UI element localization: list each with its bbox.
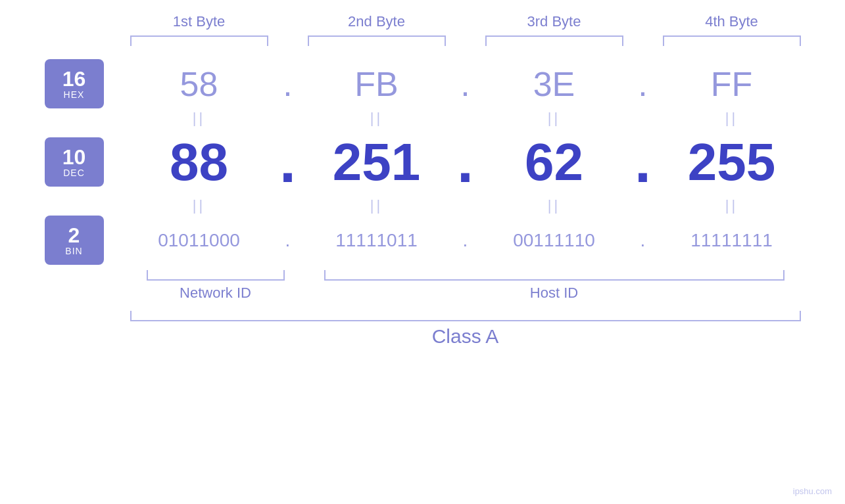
label-spacer <box>45 13 130 30</box>
byte3-header: 3rd Byte <box>485 13 623 30</box>
bracket-1 <box>130 35 268 46</box>
id-dot-gap <box>285 285 324 302</box>
host-id-label: Host ID <box>324 285 785 302</box>
dec-b4: 255 <box>663 132 801 193</box>
eq2-b1: || <box>130 197 268 214</box>
class-label: Class A <box>130 325 801 348</box>
bottom-brackets-row <box>26 270 819 281</box>
bin-base-num: 2 <box>68 225 80 246</box>
eq1-b1: || <box>130 110 268 127</box>
hex-dot-3: . <box>623 64 663 104</box>
bin-dot-1: . <box>268 230 308 251</box>
byte1-header: 1st Byte <box>130 13 268 30</box>
dec-badge: 10 DEC <box>45 137 104 187</box>
bracket-dot-3 <box>623 35 663 46</box>
host-bracket <box>324 270 785 281</box>
eq2-b4: || <box>663 197 801 214</box>
equals-row-2: || || || || <box>26 196 819 216</box>
dec-b3: 62 <box>485 132 623 193</box>
dec-b1: 88 <box>130 132 268 193</box>
bin-b2: 11111011 <box>308 230 446 251</box>
id-labels-row: Network ID Host ID <box>26 285 819 302</box>
dec-base-label: DEC <box>63 168 85 178</box>
bin-b1: 01011000 <box>130 230 268 251</box>
dec-dot-3: . <box>623 128 663 196</box>
id-labels-spacer <box>61 285 147 302</box>
hex-badge: 16 HEX <box>45 59 104 108</box>
class-label-row: Class A <box>26 325 819 348</box>
hex-b3: 3E <box>485 64 623 104</box>
dec-b2: 251 <box>308 132 446 193</box>
equals-row-1: || || || || <box>26 108 819 128</box>
hex-b4: FF <box>663 64 801 104</box>
class-label-spacer <box>45 325 130 348</box>
bin-dot-2: . <box>446 230 485 251</box>
byte4-header: 4th Byte <box>663 13 801 30</box>
bracket-4 <box>663 35 801 46</box>
network-id-label: Network ID <box>147 285 285 302</box>
hex-b2: FB <box>308 64 446 104</box>
class-bracket-spacer <box>45 311 130 321</box>
dot-spacer-1 <box>268 13 308 30</box>
eq1-b2: || <box>308 110 446 127</box>
network-bracket <box>147 270 285 281</box>
bracket-dot-2 <box>446 35 485 46</box>
bracket-dot-1 <box>268 35 308 46</box>
bottom-spacer <box>61 270 147 281</box>
bin-badge: 2 BIN <box>45 216 104 265</box>
eq2-b3: || <box>485 197 623 214</box>
bin-row: 2 BIN 01011000 . 11111011 . 00111110 . 1… <box>26 216 819 265</box>
hex-base-num: 16 <box>62 68 86 89</box>
hex-base-label: HEX <box>64 89 85 100</box>
bin-dot-3: . <box>623 230 663 251</box>
bracket-2 <box>308 35 446 46</box>
bottom-dot-gap <box>285 270 324 281</box>
dec-dot-1: . <box>268 128 308 196</box>
class-bracket-row <box>26 311 819 321</box>
byte2-header: 2nd Byte <box>308 13 446 30</box>
dec-dot-2: . <box>446 128 485 196</box>
top-brackets-row <box>26 35 819 46</box>
hex-dot-1: . <box>268 64 308 104</box>
bin-b3: 00111110 <box>485 230 623 251</box>
class-bracket <box>130 311 801 321</box>
dec-row: 10 DEC 88 . 251 . 62 . 255 <box>26 128 819 196</box>
dot-spacer-2 <box>446 13 485 30</box>
hex-row: 16 HEX 58 . FB . 3E . FF <box>26 59 819 108</box>
dot-spacer-3 <box>623 13 663 30</box>
eq1-b3: || <box>485 110 623 127</box>
bracket-spacer <box>45 35 130 46</box>
hex-dot-2: . <box>446 64 485 104</box>
eq2-b2: || <box>308 197 446 214</box>
watermark: ipshu.com <box>793 486 832 496</box>
dec-base-num: 10 <box>62 147 86 168</box>
bin-base-label: BIN <box>65 246 82 256</box>
eq1-b4: || <box>663 110 801 127</box>
hex-b1: 58 <box>130 64 268 104</box>
bin-b4: 11111111 <box>663 230 801 251</box>
main-container: 1st Byte 2nd Byte 3rd Byte 4th Byte 16 H… <box>0 0 845 504</box>
byte-headers-row: 1st Byte 2nd Byte 3rd Byte 4th Byte <box>26 13 819 30</box>
bracket-3 <box>485 35 623 46</box>
